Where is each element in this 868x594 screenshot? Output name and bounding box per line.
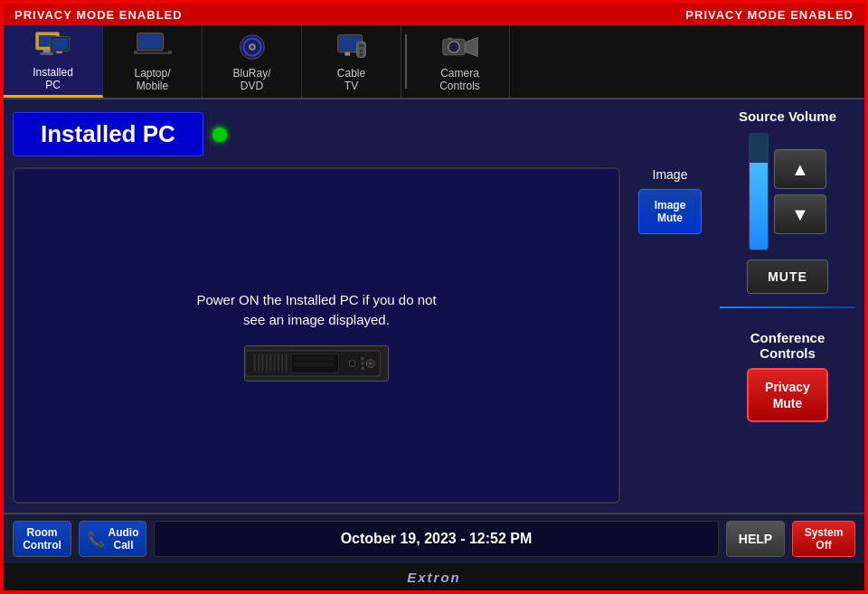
svg-rect-26 bbox=[448, 38, 452, 41]
volume-slider bbox=[749, 133, 769, 250]
room-control-label: Room Control bbox=[23, 526, 61, 552]
image-mute-button[interactable]: ImageMute bbox=[638, 189, 702, 234]
svg-rect-2 bbox=[42, 50, 50, 52]
svg-rect-18 bbox=[358, 44, 363, 47]
svg-marker-25 bbox=[465, 38, 477, 57]
privacy-banner: PRIVACY MODE ENABLED PRIVACY MODE ENABLE… bbox=[4, 4, 864, 25]
svg-point-45 bbox=[369, 362, 373, 365]
svg-rect-39 bbox=[294, 363, 334, 366]
svg-point-12 bbox=[250, 45, 254, 49]
svg-point-41 bbox=[361, 356, 364, 360]
svg-rect-3 bbox=[40, 52, 53, 54]
svg-point-43 bbox=[361, 366, 364, 370]
bluray-icon bbox=[233, 31, 271, 63]
pc-hardware-image bbox=[244, 345, 389, 382]
nav-item-installed-pc[interactable]: InstalledPC bbox=[4, 25, 103, 98]
svg-point-24 bbox=[452, 45, 456, 49]
svg-rect-8 bbox=[138, 35, 161, 49]
source-title: Installed PC bbox=[13, 112, 203, 156]
divider bbox=[720, 306, 855, 308]
conference-label: ConferenceControls bbox=[750, 330, 826, 361]
svg-point-40 bbox=[349, 360, 355, 366]
nav-item-cable-tv[interactable]: CableTV bbox=[302, 25, 401, 98]
help-button[interactable]: HELP bbox=[726, 521, 785, 557]
svg-rect-6 bbox=[56, 51, 61, 52]
svg-rect-5 bbox=[52, 38, 68, 50]
pc-icon bbox=[34, 30, 72, 62]
app: PRIVACY MODE ENABLED PRIVACY MODE ENABLE… bbox=[0, 0, 868, 594]
display-message: Power ON the Installed PC if you do not … bbox=[196, 290, 436, 331]
svg-point-19 bbox=[359, 49, 363, 52]
system-off-label: System Off bbox=[804, 526, 844, 552]
vol-buttons: ▲ ▼ bbox=[774, 149, 826, 234]
system-off-button[interactable]: System Off bbox=[792, 521, 855, 557]
conference-section: ConferenceControls PrivacyMute bbox=[747, 330, 828, 422]
nav-label-laptop: Laptop/Mobile bbox=[134, 67, 170, 92]
image-controls: Image ImageMute bbox=[629, 167, 711, 504]
nav-label-bluray: BluRay/DVD bbox=[232, 67, 270, 92]
main-content: Installed PC Power ON the Installed PC i… bbox=[4, 99, 864, 513]
cable-tv-icon bbox=[333, 31, 371, 63]
volume-up-button[interactable]: ▲ bbox=[774, 149, 826, 189]
nav-label-camera: CameraControls bbox=[439, 67, 480, 92]
volume-label: Source Volume bbox=[739, 108, 836, 124]
svg-point-42 bbox=[361, 362, 364, 365]
audio-call-label: Audio Call bbox=[108, 526, 139, 552]
source-indicator bbox=[212, 127, 227, 142]
extron-footer: Extron bbox=[4, 563, 864, 590]
volume-controls: ▲ ▼ bbox=[749, 133, 826, 250]
audio-call-button[interactable]: 📞 Audio Call bbox=[79, 521, 146, 557]
svg-rect-16 bbox=[344, 52, 350, 56]
center-panel: Installed PC Power ON the Installed PC i… bbox=[13, 108, 711, 504]
display-panel: Power ON the Installed PC if you do not … bbox=[13, 167, 620, 504]
datetime-display: October 19, 2023 - 12:52 PM bbox=[154, 521, 719, 557]
extron-label: Extron bbox=[407, 570, 461, 585]
laptop-icon bbox=[134, 31, 172, 63]
privacy-mute-button[interactable]: PrivacyMute bbox=[747, 368, 828, 422]
nav-label-cable-tv: CableTV bbox=[337, 67, 365, 92]
volume-down-button[interactable]: ▼ bbox=[774, 194, 826, 234]
content-area: Power ON the Installed PC if you do not … bbox=[13, 167, 711, 504]
nav-item-bluray[interactable]: BluRay/DVD bbox=[203, 25, 302, 98]
volume-fill bbox=[750, 163, 768, 250]
bottom-bar: Room Control 📞 Audio Call October 19, 20… bbox=[4, 513, 864, 563]
nav-divider bbox=[405, 34, 407, 89]
camera-icon bbox=[441, 31, 479, 63]
nav-label-installed-pc: InstalledPC bbox=[33, 66, 73, 91]
mute-button[interactable]: MUTE bbox=[747, 259, 828, 294]
title-bar: Installed PC bbox=[13, 108, 711, 160]
nav-item-camera-controls[interactable]: CameraControls bbox=[410, 25, 510, 98]
svg-rect-38 bbox=[294, 356, 334, 360]
svg-point-20 bbox=[359, 53, 363, 57]
room-control-button[interactable]: Room Control bbox=[13, 521, 71, 557]
nav-bar: InstalledPC Laptop/Mobile bbox=[4, 25, 864, 99]
phone-icon: 📞 bbox=[87, 531, 105, 548]
right-panel: Source Volume ▲ ▼ MUTE ConferenceControl… bbox=[720, 108, 855, 504]
privacy-banner-left: PRIVACY MODE ENABLED bbox=[14, 8, 183, 22]
privacy-banner-right: PRIVACY MODE ENABLED bbox=[685, 8, 854, 22]
image-label: Image bbox=[653, 167, 688, 182]
nav-item-laptop-mobile[interactable]: Laptop/Mobile bbox=[103, 25, 203, 98]
